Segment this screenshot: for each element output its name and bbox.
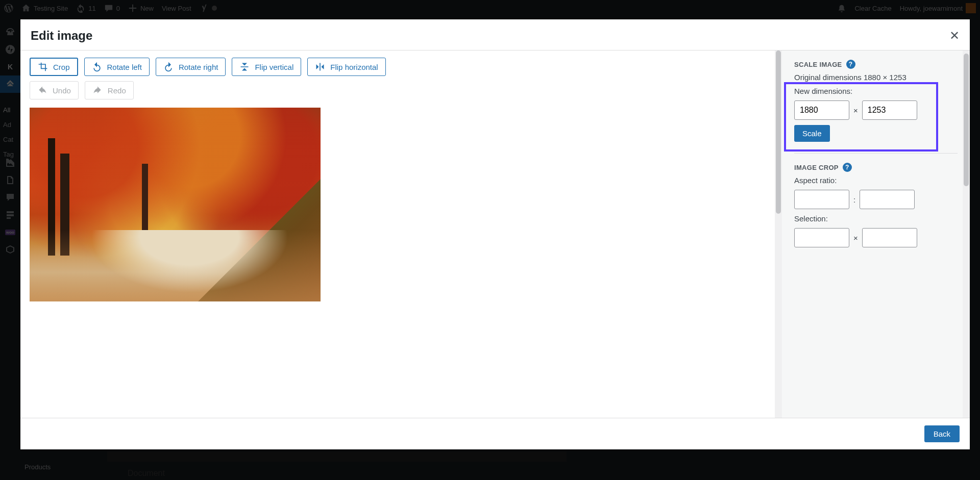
redo-button: Redo xyxy=(85,81,134,99)
flip-vertical-icon xyxy=(239,62,250,72)
annotation-highlight xyxy=(784,82,794,151)
modal-body: Crop Rotate left Rotate right Flip verti… xyxy=(20,50,794,400)
image-settings-panel: SCALE IMAGE? Original dimensions 1880 × … xyxy=(782,50,794,400)
crop-icon xyxy=(38,62,48,72)
rotate-left-icon xyxy=(92,62,102,72)
flip-horizontal-button[interactable]: Flip horizontal xyxy=(307,58,385,76)
image-preview[interactable] xyxy=(30,108,321,301)
edit-area: Crop Rotate left Rotate right Flip verti… xyxy=(20,50,775,400)
modal-title: Edit image xyxy=(31,29,92,43)
undo-icon xyxy=(37,85,47,95)
crop-button[interactable]: Crop xyxy=(30,58,78,76)
edit-area-scrollbar[interactable] xyxy=(775,50,782,400)
undo-redo-toolbar: Undo Redo xyxy=(30,81,766,99)
rotate-right-button[interactable]: Rotate right xyxy=(156,58,226,76)
flip-vertical-button[interactable]: Flip vertical xyxy=(232,58,301,76)
scrollbar-thumb[interactable] xyxy=(776,50,781,214)
edit-image-modal: Edit image ✕ Crop Rotate left Rotate rig… xyxy=(20,19,794,400)
image-edit-toolbar: Crop Rotate left Rotate right Flip verti… xyxy=(30,58,766,76)
redo-icon xyxy=(92,85,103,95)
flip-horizontal-icon xyxy=(315,62,325,72)
modal-header: Edit image ✕ xyxy=(20,19,794,50)
rotate-left-button[interactable]: Rotate left xyxy=(84,58,150,76)
undo-button: Undo xyxy=(30,81,79,99)
rotate-right-icon xyxy=(163,62,174,72)
